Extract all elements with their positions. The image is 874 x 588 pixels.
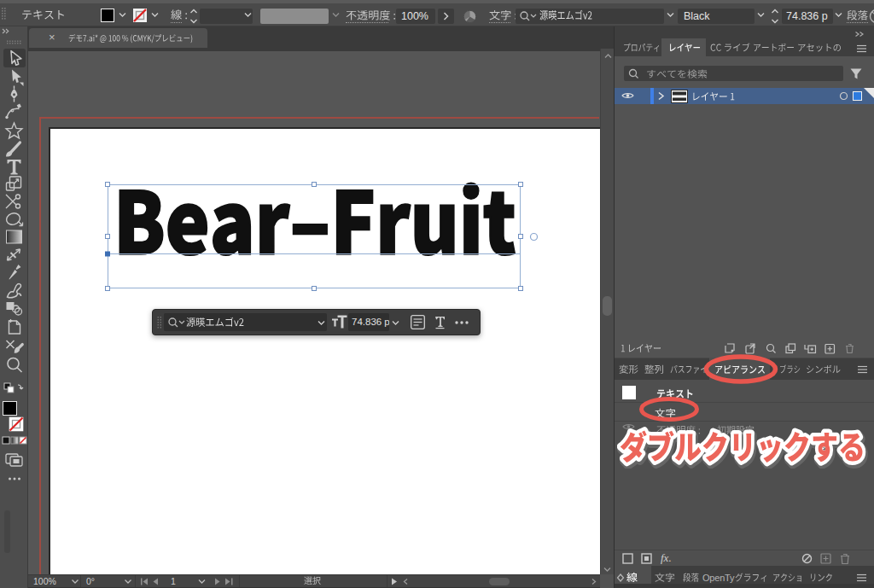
svg-text:1: 1 — [171, 577, 176, 586]
